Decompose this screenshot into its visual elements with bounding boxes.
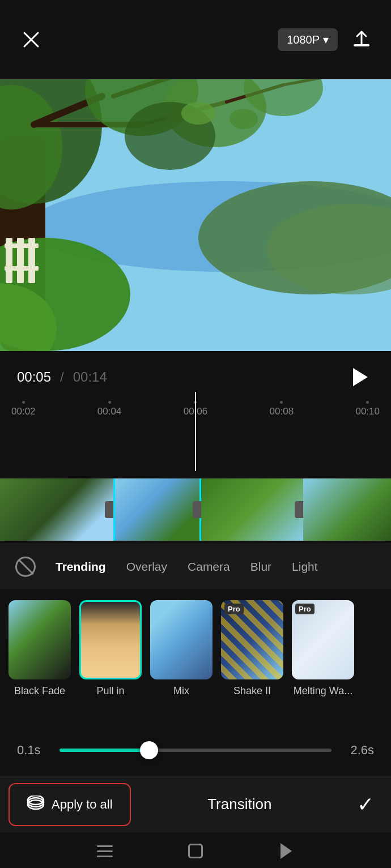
timeline-area: 00:05 / 00:14 00:02 00:04 00:06 00:08 [0,351,391,481]
transition-thumb-melting: Pro [292,600,354,679]
slider-fill [60,749,149,752]
back-nav-button[interactable] [275,840,298,862]
bottom-action-bar: Apply to all Transition ✓ [0,776,391,832]
time-display: 00:05 / 00:14 [0,351,391,397]
resolution-label: 1080P [287,33,320,46]
timeline-ruler: 00:02 00:04 00:06 00:08 00:10 [0,397,391,420]
current-time: 00:05 [17,369,51,385]
tab-blur[interactable]: Blur [240,555,282,578]
transition-pull-in[interactable]: Pull in [79,600,142,697]
duration-slider-section: 0.1s 2.6s [0,728,391,773]
play-icon [353,368,368,386]
ruler-mark-2: 00:04 [97,401,122,417]
slider-max-label: 2.6s [343,743,374,758]
transition-label-shake-ii: Shake II [233,685,271,697]
apply-all-icon [27,796,45,814]
close-icon [22,31,40,49]
transition-thumb-black-fade [8,600,71,679]
confirm-checkmark: ✓ [357,793,374,816]
svg-rect-2 [354,44,369,46]
hamburger-icon [97,845,113,857]
tab-light[interactable]: Light [282,555,328,578]
pro-badge-melting: Pro [295,604,314,614]
film-segment-2[interactable] [113,478,201,541]
transitions-grid: Black Fade Pull in Mix Pro Shake II Pro … [0,589,391,713]
triangle-icon [280,843,292,859]
ruler-mark-3: 00:06 [184,401,208,417]
transition-thumb-mix [150,600,212,679]
pro-badge-shake: Pro [224,604,244,614]
system-nav [0,834,391,868]
ruler-track: 00:02 00:04 00:06 00:08 00:10 [11,401,380,417]
square-icon [188,844,203,858]
transition-label-melting: Melting Wa... [294,685,352,697]
film-segment-3[interactable] [201,478,303,541]
film-segment-1[interactable] [0,478,113,541]
tab-trending[interactable]: Trending [45,555,116,578]
tabs-section: Trending Overlay Camera Blur Light [0,544,391,589]
transition-shake-ii[interactable]: Pro Shake II [221,600,283,697]
close-button[interactable] [17,25,45,54]
film-strip [0,478,391,541]
svg-rect-23 [5,266,39,271]
total-time: 00:14 [73,369,107,385]
svg-point-27 [181,102,215,125]
ruler-label-2: 00:04 [97,406,122,417]
ruler-label-1: 00:02 [11,406,36,417]
transition-melting[interactable]: Pro Melting Wa... [292,600,354,697]
confirm-button[interactable]: ✓ [340,781,391,828]
video-preview [0,79,391,351]
transition-thumb-pull-in [79,600,142,679]
transition-mix[interactable]: Mix [150,600,212,697]
tab-overlay[interactable]: Overlay [116,555,177,578]
no-effect-icon [15,557,36,577]
transition-thumb-shake-ii: Pro [221,600,283,679]
home-nav-button[interactable] [184,840,207,862]
no-effect-tab[interactable] [11,553,40,581]
resolution-arrow: ▾ [323,33,329,46]
slider-min-label: 0.1s [17,743,48,758]
ruler-mark-4: 00:08 [270,401,294,417]
transition-label-mix: Mix [173,685,189,697]
ruler-mark-5: 00:10 [355,401,380,417]
svg-point-30 [28,798,44,807]
transition-title: Transition [139,796,340,813]
ruler-label-3: 00:06 [184,406,208,417]
time-separator: / [60,369,64,385]
ruler-label-4: 00:08 [270,406,294,417]
transition-black-fade[interactable]: Black Fade [8,600,71,697]
slider-thumb[interactable] [140,741,158,759]
transition-label-black-fade: Black Fade [14,685,65,697]
top-right-controls: 1080P ▾ [278,27,374,52]
ruler-mark-1: 00:02 [11,401,36,417]
resolution-button[interactable]: 1080P ▾ [278,28,338,51]
export-icon [350,28,373,51]
export-button[interactable] [349,27,374,52]
ruler-label-5: 00:10 [355,406,380,417]
play-button[interactable] [345,362,374,392]
apply-all-button[interactable]: Apply to all [8,783,131,826]
duration-slider[interactable] [60,749,332,752]
film-segment-4[interactable] [303,478,391,541]
transition-label-pull-in: Pull in [96,685,124,697]
svg-rect-22 [5,243,39,248]
apply-all-label: Apply to all [52,797,113,812]
tab-camera[interactable]: Camera [177,555,240,578]
menu-nav-button[interactable] [94,840,116,862]
nature-svg [0,79,391,351]
svg-point-28 [230,109,258,129]
top-bar: 1080P ▾ [0,0,391,79]
